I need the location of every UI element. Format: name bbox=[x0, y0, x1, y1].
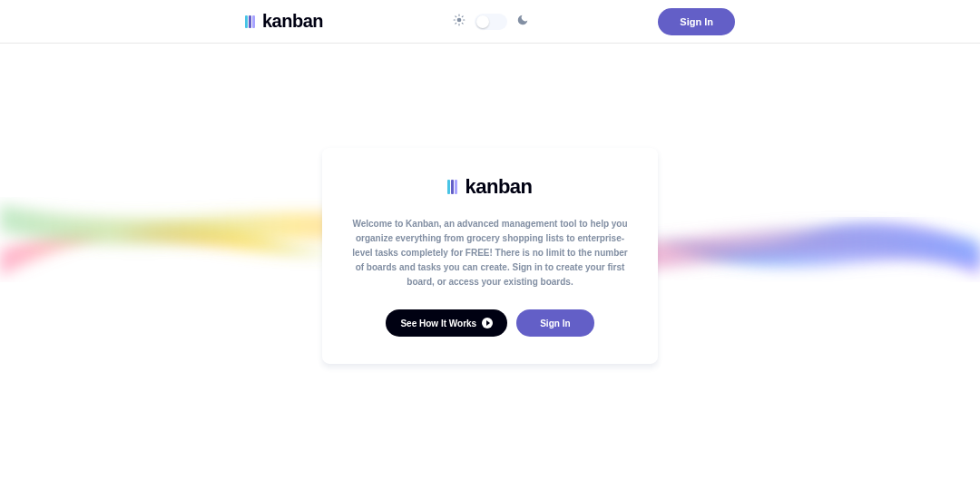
card-signin-button[interactable]: Sign In bbox=[516, 309, 593, 337]
see-how-it-works-button[interactable]: See How It Works bbox=[386, 309, 507, 337]
logo-bars-icon bbox=[245, 15, 255, 28]
toggle-knob bbox=[476, 15, 489, 28]
play-icon bbox=[482, 318, 493, 328]
header-logo: kanban bbox=[245, 11, 323, 32]
logo-bars-icon bbox=[447, 180, 457, 194]
card-logo-text: kanban bbox=[465, 175, 532, 199]
sun-icon bbox=[453, 14, 466, 30]
logo-text: kanban bbox=[262, 11, 323, 32]
see-how-label: See How It Works bbox=[400, 318, 476, 328]
svg-point-0 bbox=[456, 17, 461, 22]
card-button-group: See How It Works Sign In bbox=[348, 309, 632, 337]
card-logo: kanban bbox=[348, 175, 632, 199]
theme-toggle[interactable] bbox=[475, 14, 507, 30]
moon-icon bbox=[516, 14, 529, 30]
header-signin-button[interactable]: Sign In bbox=[658, 8, 735, 35]
welcome-description: Welcome to Kanban, an advanced managemen… bbox=[348, 217, 632, 289]
theme-toggle-group bbox=[453, 14, 529, 30]
welcome-card: kanban Welcome to Kanban, an advanced ma… bbox=[322, 148, 658, 364]
